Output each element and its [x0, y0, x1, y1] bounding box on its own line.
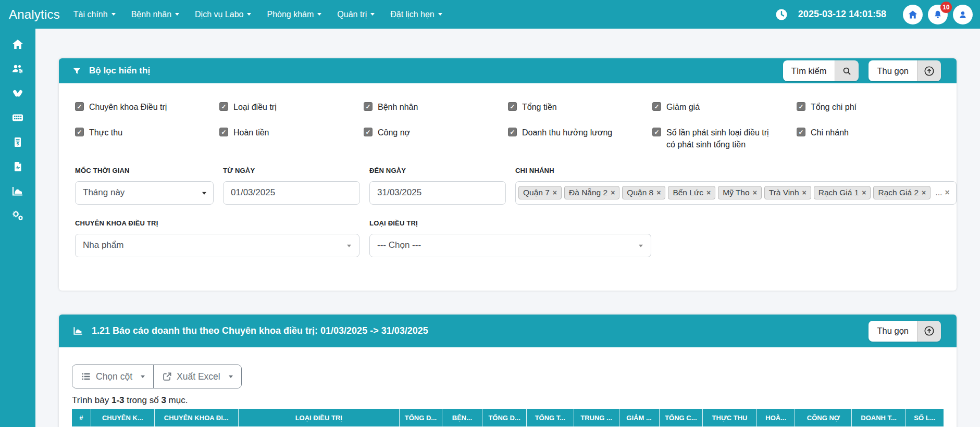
table-header-cell[interactable]: HOÀ... [757, 409, 796, 426]
nav-menu-label: Phòng khám [267, 10, 314, 19]
specialty-select[interactable]: Nha phẩm [75, 234, 359, 257]
sidebar-item-schedule[interactable] [7, 111, 28, 124]
sidebar-item-home[interactable] [7, 38, 28, 51]
checkbox-checked-icon[interactable] [75, 128, 84, 136]
remove-tag-icon[interactable]: × [553, 189, 557, 197]
table-header-cell[interactable]: LOẠI ĐIỀU TRỊ [239, 409, 400, 426]
remove-tag-icon[interactable]: × [753, 189, 757, 197]
sidebar-item-records[interactable] [7, 160, 28, 173]
remove-tag-icon[interactable]: × [802, 189, 807, 197]
branch-tag[interactable]: Đà Nẵng 2× [564, 186, 619, 199]
checkbox-label: Chi nhánh [811, 127, 849, 139]
nav-menu-quan-tri[interactable]: Quản trị [337, 10, 375, 19]
filter-checkbox[interactable]: Số lần phát sinh loại điều trị có phát s… [652, 127, 797, 150]
chevron-down-icon [347, 245, 351, 247]
sidebar-item-dental[interactable] [7, 87, 28, 99]
search-button[interactable] [835, 60, 859, 81]
branch-tag[interactable]: Mỹ Tho× [718, 186, 762, 199]
table-header-cell[interactable]: TỔNG T... [527, 409, 574, 426]
medical-record-icon [11, 160, 24, 173]
home-button[interactable] [903, 5, 923, 24]
branch-tag[interactable]: Bến Lức× [668, 186, 715, 199]
table-header-cell[interactable]: GIẢM ... [619, 409, 660, 426]
filter-checkbox[interactable]: Tổng tiền [508, 101, 652, 113]
table-header-cell[interactable]: BỆN... [442, 409, 482, 426]
checkbox-checked-icon[interactable] [508, 102, 517, 111]
filter-checkbox[interactable]: Loại điều trị [219, 101, 364, 113]
branch-tag[interactable]: Rạch Giá 2× [873, 186, 931, 199]
treatment-type-select[interactable]: --- Chọn --- [369, 234, 651, 257]
filter-checkbox[interactable]: Tổng chi phí [797, 101, 941, 113]
nav-menu-phong-kham[interactable]: Phòng khám [267, 10, 321, 19]
table-header-cell[interactable]: DOANH T... [852, 409, 906, 426]
notifications-button[interactable]: 10 [928, 5, 948, 24]
filter-checkbox[interactable]: Chuyên khoa Điều trị [75, 101, 219, 113]
collapse-button-label[interactable]: Thu gọn [869, 321, 917, 342]
branches-multiselect[interactable]: Quận 7× Đà Nẵng 2× Quận 8× Bến Lức× Mỹ T… [515, 181, 957, 205]
filter-checkbox[interactable]: Hoàn tiền [219, 127, 364, 150]
from-date-input[interactable] [223, 181, 360, 205]
filter-checkbox[interactable]: Giảm giá [652, 101, 797, 113]
table-header-cell[interactable]: SỐ L... [906, 409, 944, 426]
filter-checkbox[interactable]: Công nợ [364, 127, 508, 150]
table-header-cell[interactable]: THỰC THU [703, 409, 757, 426]
filter-checkbox[interactable]: Chi nhánh [797, 127, 941, 150]
treatment-type-label: LOẠI ĐIỀU TRỊ [369, 219, 651, 227]
export-excel-button[interactable]: Xuất Excel [153, 365, 241, 388]
filter-checkbox[interactable]: Bệnh nhân [364, 101, 508, 113]
remove-tag-icon[interactable]: × [706, 189, 711, 197]
checkbox-checked-icon[interactable] [75, 102, 84, 111]
sidebar-item-reports[interactable] [7, 185, 28, 197]
list-icon [81, 371, 91, 382]
branch-tag[interactable]: Trà Vinh× [764, 186, 811, 199]
branch-tag[interactable]: Quận 8× [622, 186, 665, 199]
table-header-cell[interactable]: CHUYÊN K... [91, 409, 155, 426]
nav-menu-dich-vu-labo[interactable]: Dịch vụ Labo [195, 10, 251, 19]
chevron-down-icon [317, 13, 321, 16]
table-header-cell[interactable]: TỔNG C... [660, 409, 703, 426]
checkbox-checked-icon[interactable] [219, 128, 228, 136]
sidebar-item-patients[interactable] [7, 62, 28, 75]
checkbox-label: Công nợ [378, 127, 410, 139]
filter-checkbox[interactable]: Thực thu [75, 127, 219, 150]
table-header-cell[interactable]: # [72, 409, 91, 426]
remove-tag-icon[interactable]: × [611, 189, 615, 197]
choose-columns-button[interactable]: Chọn cột [72, 365, 153, 388]
remove-tag-icon[interactable]: × [922, 189, 926, 197]
checkbox-checked-icon[interactable] [797, 102, 805, 111]
chart-area-icon [11, 185, 24, 197]
remove-tag-icon[interactable]: × [862, 189, 866, 197]
nav-menu-tai-chinh[interactable]: Tài chính [73, 10, 116, 19]
collapse-button[interactable] [917, 60, 941, 81]
checkbox-checked-icon[interactable] [364, 128, 373, 136]
checkbox-checked-icon[interactable] [652, 128, 661, 136]
checkbox-label: Bệnh nhân [378, 101, 418, 113]
nav-menu-dat-lich-hen[interactable]: Đặt lịch hẹn [390, 10, 442, 19]
collapse-button-label[interactable]: Thu gọn [869, 60, 917, 81]
collapse-button[interactable] [917, 321, 941, 342]
clear-tags-icon[interactable]: × [945, 188, 950, 197]
sidebar-item-invoices[interactable]: $ [7, 136, 28, 148]
sidebar-item-settings[interactable] [7, 209, 28, 222]
to-date-input[interactable] [369, 181, 506, 205]
checkbox-checked-icon[interactable] [508, 128, 517, 136]
search-input[interactable]: Tìm kiếm [783, 60, 835, 81]
app-brand[interactable]: Analytics [0, 7, 73, 22]
table-header-cell[interactable]: TỔNG D... [482, 409, 527, 426]
remove-tag-icon[interactable]: × [656, 189, 661, 197]
branch-tag[interactable]: Quận 7× [518, 186, 562, 199]
table-header-cell[interactable]: CÔNG NỢ [795, 409, 852, 426]
table-header-cell[interactable]: TRUNG ... [574, 409, 619, 426]
checkbox-checked-icon[interactable] [364, 102, 373, 111]
nav-menu-benh-nhan[interactable]: Bệnh nhân [131, 10, 179, 19]
table-header-cell[interactable]: CHUYÊN KHOA ĐI... [155, 409, 239, 426]
filter-checkbox[interactable]: Doanh thu hưởng lương [508, 127, 652, 150]
specialty-value: Nha phẩm [83, 240, 123, 250]
checkbox-checked-icon[interactable] [652, 102, 661, 111]
branch-tag[interactable]: Rạch Giá 1× [814, 186, 871, 199]
checkbox-checked-icon[interactable] [219, 102, 228, 111]
time-preset-select[interactable]: Tháng này [75, 181, 214, 205]
user-menu-button[interactable] [953, 5, 973, 24]
checkbox-checked-icon[interactable] [797, 128, 805, 136]
table-header-cell[interactable]: TỔNG D... [400, 409, 442, 426]
